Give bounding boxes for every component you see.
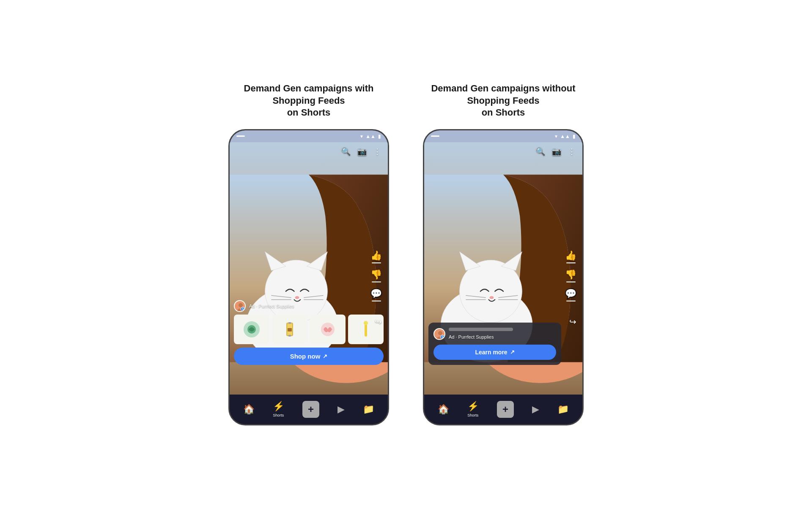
product-tile-3[interactable] — [310, 315, 346, 344]
svg-rect-19 — [288, 335, 291, 337]
right-ad-avatar: S — [433, 328, 445, 340]
right-more-icon[interactable]: ⋮ — [568, 147, 576, 156]
right-illustration: 👍 👎 💬 ↪ — [424, 142, 582, 395]
right-video-content: 👍 👎 💬 ↪ — [424, 142, 582, 395]
left-illustration: 👍 👎 💬 — [230, 142, 388, 395]
left-video-content: 👍 👎 💬 — [230, 142, 388, 395]
shop-now-label: Shop now — [290, 353, 321, 360]
left-share-btn[interactable]: ↪ — [375, 317, 382, 327]
right-status-left — [431, 135, 439, 137]
svg-point-22 — [364, 321, 368, 325]
left-like-btn[interactable]: 👍 — [370, 250, 382, 263]
wifi-icon: ▾ — [360, 133, 363, 139]
left-status-bar: ▾ ▲▲ ▮ — [230, 130, 388, 142]
learn-more-label: Learn more — [475, 349, 507, 356]
right-wifi-icon: ▾ — [555, 133, 557, 139]
right-status-bar: ▾ ▲▲ ▮ — [424, 130, 582, 142]
left-shop-now-button[interactable]: Shop now ↗ — [234, 348, 384, 365]
right-bottom-nav: 🏠 ⚡ Shorts + ▶ 📁 — [424, 395, 582, 424]
left-external-icon: ↗ — [323, 353, 327, 359]
svg-rect-18 — [288, 322, 291, 324]
left-nav-add[interactable]: + — [302, 401, 319, 418]
left-ad-text: Ad · Purrfect Supplies — [249, 304, 294, 309]
left-dislike-btn[interactable]: 👎 — [370, 269, 382, 282]
left-bottom-nav: 🏠 ⚡ Shorts + ▶ 📁 — [230, 395, 388, 424]
right-learn-more-button[interactable]: Learn more ↗ — [433, 345, 556, 360]
left-ad-avatar: S — [234, 300, 246, 312]
right-dislike-btn[interactable]: 👎 — [565, 269, 576, 282]
svg-point-29 — [490, 296, 494, 299]
signal-icon: ▲▲ — [365, 133, 376, 139]
left-shorts-label: Shorts — [273, 413, 284, 417]
left-ad-header: S Ad · Purrfect Supplies — [234, 300, 384, 312]
right-ad-header: S Ad · Purrfect Supplies — [433, 328, 556, 340]
left-nav-library[interactable]: 📁 — [363, 404, 374, 415]
right-nav-library[interactable]: 📁 — [557, 404, 569, 415]
right-title: Demand Gen campaigns without Shopping Fe… — [423, 83, 584, 119]
battery-icon: ▮ — [378, 133, 381, 139]
right-ad-name-line — [449, 328, 513, 331]
left-more-icon[interactable]: ⋮ — [373, 147, 381, 156]
left-status-left — [236, 135, 245, 137]
left-nav-shorts[interactable]: ⚡ Shorts — [273, 401, 284, 417]
right-ad-overlay: S Ad · Purrfect Supplies Learn more ↗ — [428, 323, 561, 365]
page-container: Demand Gen campaigns with Shopping Feeds… — [0, 66, 812, 442]
right-signal-icon: ▲▲ — [560, 133, 570, 139]
right-shorts-label: Shorts — [467, 413, 478, 417]
left-ad-overlay: S Ad · Purrfect Supplies — [234, 300, 384, 365]
right-action-buttons: 👍 👎 💬 — [565, 250, 576, 301]
product-tile-2[interactable] — [272, 315, 307, 344]
left-search-icon[interactable]: 🔍 — [341, 147, 351, 156]
right-nav-home[interactable]: 🏠 — [438, 404, 449, 415]
left-comment-btn[interactable]: 💬 — [370, 288, 382, 301]
right-nav-shorts[interactable]: ⚡ Shorts — [467, 401, 479, 417]
product-tile-1[interactable] — [234, 315, 269, 344]
right-phone-section: Demand Gen campaigns without Shopping Fe… — [423, 83, 584, 425]
svg-point-6 — [295, 296, 299, 299]
left-product-tiles — [234, 315, 384, 344]
left-status-icons: ▾ ▲▲ ▮ — [360, 133, 381, 139]
right-status-icons: ▾ ▲▲ ▮ — [555, 133, 576, 139]
right-camera-icon[interactable]: 📷 — [552, 147, 561, 156]
right-battery-icon: ▮ — [573, 133, 576, 139]
left-camera-icon[interactable]: 📷 — [357, 147, 367, 156]
left-nav-subscriptions[interactable]: ▶ — [337, 404, 345, 415]
right-top-bar: 🔍 📷 ⋮ — [424, 142, 582, 161]
svg-rect-17 — [288, 328, 292, 331]
left-top-bar: 🔍 📷 ⋮ — [230, 142, 388, 161]
left-phone-section: Demand Gen campaigns with Shopping Feeds… — [228, 83, 389, 425]
right-external-icon: ↗ — [510, 349, 515, 355]
right-nav-add[interactable]: + — [497, 401, 514, 418]
right-comment-btn[interactable]: 💬 — [565, 288, 576, 301]
right-ad-text: Ad · Purrfect Supplies — [449, 334, 494, 340]
right-phone-frame: ▾ ▲▲ ▮ 🔍 📷 ⋮ — [423, 129, 584, 425]
right-search-icon[interactable]: 🔍 — [536, 147, 545, 156]
right-share-btn[interactable]: ↪ — [569, 317, 576, 327]
right-like-btn[interactable]: 👍 — [565, 250, 576, 263]
left-action-buttons: 👍 👎 💬 — [370, 250, 382, 301]
left-nav-home[interactable]: 🏠 — [243, 404, 255, 415]
right-nav-subscriptions[interactable]: ▶ — [532, 404, 539, 415]
left-title: Demand Gen campaigns with Shopping Feeds… — [228, 83, 389, 119]
left-phone-frame: ▾ ▲▲ ▮ 🔍 📷 ⋮ — [228, 129, 389, 425]
